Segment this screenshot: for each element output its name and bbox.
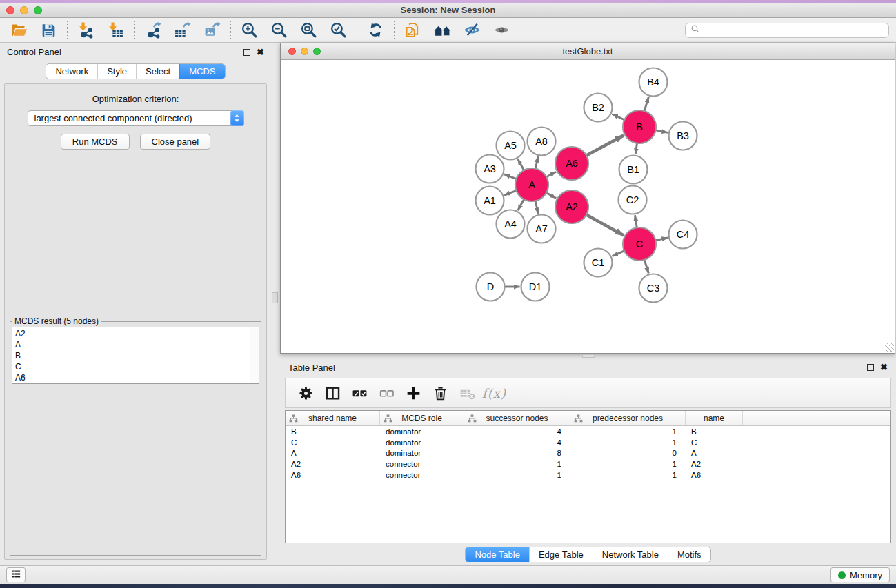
graph-edge[interactable] bbox=[535, 156, 538, 170]
table-row[interactable]: A6connector11A6 bbox=[286, 469, 890, 480]
mcds-result-item[interactable]: A2 bbox=[12, 328, 259, 339]
graph-node[interactable]: A7 bbox=[528, 215, 556, 243]
network-canvas[interactable]: B4B2BB3A8A5A6A3B1AC2A1A2A4A7C4CC1DD1C3 bbox=[281, 60, 895, 353]
graph-edge[interactable] bbox=[644, 97, 649, 112]
show-details-icon[interactable] bbox=[493, 21, 510, 39]
horizontal-splitter-grip[interactable] bbox=[582, 354, 595, 358]
graph-node[interactable]: B2 bbox=[584, 94, 613, 122]
clone-network-icon[interactable] bbox=[404, 21, 421, 39]
graph-node[interactable]: A5 bbox=[497, 132, 525, 160]
gear-icon[interactable] bbox=[297, 385, 315, 402]
save-session-icon[interactable] bbox=[40, 21, 57, 39]
graph-edge[interactable] bbox=[655, 130, 668, 133]
splitter-grip[interactable] bbox=[272, 292, 278, 303]
memory-button[interactable]: Memory bbox=[830, 567, 890, 582]
graph-edge[interactable] bbox=[504, 174, 517, 179]
window-resize-grip[interactable] bbox=[885, 343, 894, 352]
graph-edge[interactable] bbox=[635, 143, 637, 154]
column-header-mcds-role[interactable]: MCDS role bbox=[380, 411, 464, 425]
graph-edge[interactable] bbox=[635, 215, 637, 228]
zoom-fit-icon[interactable] bbox=[300, 21, 317, 39]
mcds-result-item[interactable]: A6 bbox=[12, 372, 259, 383]
network-window-titlebar[interactable]: testGlobe.txt bbox=[281, 43, 895, 60]
table-row[interactable]: A2connector11A2 bbox=[286, 458, 890, 469]
float-panel-icon[interactable] bbox=[243, 49, 250, 56]
graph-node[interactable]: D bbox=[477, 273, 505, 301]
graph-edge[interactable] bbox=[586, 214, 624, 235]
zoom-window-button[interactable] bbox=[34, 6, 42, 14]
task-history-button[interactable] bbox=[6, 567, 26, 582]
zoom-selected-icon[interactable] bbox=[330, 21, 347, 39]
network-zoom-button[interactable] bbox=[313, 48, 321, 55]
graph-node[interactable]: A2 bbox=[555, 190, 588, 223]
select-all-columns-icon[interactable] bbox=[351, 385, 368, 402]
mcds-list-scrollbar[interactable] bbox=[250, 327, 259, 383]
graph-edge[interactable] bbox=[546, 172, 556, 177]
criterion-dropdown[interactable]: largest connected component (directed) bbox=[28, 110, 244, 126]
tab-mcds[interactable]: MCDS bbox=[179, 64, 224, 79]
tab-motifs[interactable]: Motifs bbox=[668, 547, 710, 562]
graph-node[interactable]: D1 bbox=[521, 273, 550, 301]
panel-splitter[interactable] bbox=[271, 43, 280, 565]
table-row[interactable]: Bdominator41B bbox=[286, 426, 890, 437]
split-pane-icon[interactable] bbox=[324, 385, 341, 402]
run-mcds-button[interactable]: Run MCDS bbox=[61, 134, 130, 150]
graph-edge[interactable] bbox=[546, 192, 556, 198]
close-window-button[interactable] bbox=[6, 6, 14, 14]
table-close-panel-icon[interactable]: ✖ bbox=[880, 364, 888, 371]
graph-node[interactable]: C3 bbox=[639, 274, 668, 303]
add-column-icon[interactable] bbox=[405, 385, 422, 402]
column-header-successor-nodes[interactable]: successor nodes bbox=[464, 411, 570, 425]
export-network-icon[interactable] bbox=[144, 21, 161, 39]
close-panel-button[interactable]: Close panel bbox=[140, 134, 211, 150]
mcds-result-item[interactable]: A bbox=[12, 339, 259, 350]
tab-network-table[interactable]: Network Table bbox=[593, 547, 668, 562]
graph-node[interactable]: C bbox=[623, 227, 656, 261]
tab-edge-table[interactable]: Edge Table bbox=[529, 547, 593, 562]
graph-node[interactable]: A bbox=[515, 168, 548, 201]
mcds-result-list[interactable]: A2ABCA6 bbox=[12, 327, 259, 384]
graph-edge[interactable] bbox=[535, 200, 538, 214]
tab-style[interactable]: Style bbox=[97, 64, 136, 79]
mcds-result-item[interactable]: B bbox=[12, 350, 259, 361]
column-header-name[interactable]: name bbox=[686, 411, 743, 425]
refresh-icon[interactable] bbox=[367, 21, 384, 39]
zoom-out-icon[interactable] bbox=[270, 21, 288, 39]
tab-network[interactable]: Network bbox=[46, 64, 97, 79]
graph-node[interactable]: A8 bbox=[528, 128, 556, 156]
graph-edge[interactable] bbox=[612, 114, 625, 121]
close-panel-icon[interactable]: ✖ bbox=[257, 49, 264, 56]
graph-edge[interactable] bbox=[518, 159, 524, 171]
delete-column-icon[interactable] bbox=[432, 385, 449, 402]
graph-node[interactable]: B4 bbox=[639, 68, 668, 97]
unselect-all-columns-icon[interactable] bbox=[378, 385, 395, 402]
minimize-window-button[interactable] bbox=[20, 6, 28, 14]
export-table-icon[interactable] bbox=[174, 21, 191, 39]
table-row[interactable]: Adominator80A bbox=[286, 447, 890, 458]
tab-node-table[interactable]: Node Table bbox=[466, 547, 529, 562]
table-row[interactable]: Cdominator41C bbox=[286, 437, 890, 448]
hide-details-icon[interactable] bbox=[464, 21, 481, 39]
graph-edge[interactable] bbox=[655, 238, 668, 241]
graph-edge[interactable] bbox=[586, 135, 624, 156]
home-icon[interactable] bbox=[434, 21, 451, 39]
search-box[interactable] bbox=[685, 23, 889, 38]
graph-edge[interactable] bbox=[504, 190, 517, 195]
graph-node[interactable]: A3 bbox=[476, 155, 504, 183]
column-header-shared-name[interactable]: shared name bbox=[286, 411, 380, 425]
graph-node[interactable]: B3 bbox=[669, 122, 697, 150]
network-minimize-button[interactable] bbox=[301, 48, 308, 55]
graph-node[interactable]: A4 bbox=[497, 210, 525, 239]
import-table-icon[interactable] bbox=[107, 21, 124, 39]
tab-select[interactable]: Select bbox=[136, 64, 179, 79]
graph-node[interactable]: A6 bbox=[555, 147, 588, 180]
graph-edge[interactable] bbox=[644, 259, 648, 274]
zoom-in-icon[interactable] bbox=[241, 21, 258, 39]
open-file-icon[interactable] bbox=[10, 21, 28, 39]
graph-node[interactable]: B1 bbox=[619, 156, 648, 184]
mcds-result-item[interactable]: C bbox=[12, 361, 259, 372]
import-network-icon[interactable] bbox=[77, 21, 94, 39]
graph-edge[interactable] bbox=[613, 250, 626, 256]
horizontal-splitter[interactable] bbox=[280, 354, 896, 358]
search-input[interactable] bbox=[704, 26, 884, 35]
